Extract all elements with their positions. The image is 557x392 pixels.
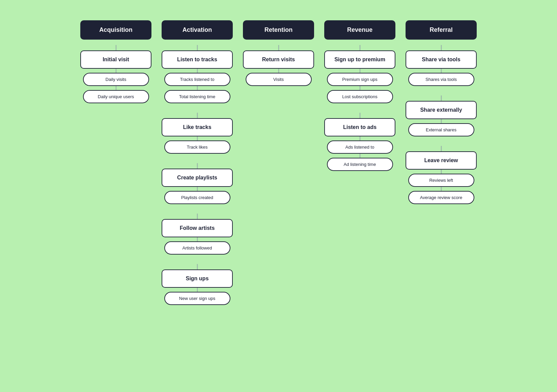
group-share-externally: Share externallyExternal shares bbox=[406, 95, 477, 136]
parent-box-like-tracks: Like tracks bbox=[162, 118, 233, 136]
child-connector bbox=[197, 187, 198, 191]
child-box-share-via-tools-0: Shares via tools bbox=[408, 73, 474, 86]
child-box-like-tracks-0: Track likes bbox=[164, 140, 230, 154]
child-connector bbox=[441, 69, 442, 73]
parent-box-leave-review: Leave review bbox=[406, 151, 477, 170]
child-box-sign-up-to-premium-1: Lost subscriptions bbox=[327, 90, 393, 103]
column-revenue: RevenueSign up to premiumPremium sign up… bbox=[324, 20, 395, 176]
group-follow-artists: Follow artistsArtists followed bbox=[162, 214, 233, 255]
child-box-leave-review-0: Reviews left bbox=[408, 174, 474, 187]
connector-vertical bbox=[197, 163, 198, 169]
child-connector bbox=[197, 69, 198, 73]
child-connector bbox=[197, 86, 198, 90]
connector-vertical bbox=[441, 45, 442, 50]
child-connector bbox=[278, 69, 279, 73]
group-create-playlists: Create playlistsPlaylists created bbox=[162, 163, 233, 204]
parent-box-listen-to-ads: Listen to ads bbox=[324, 118, 395, 136]
header-activation: Activation bbox=[162, 20, 233, 40]
connector-vertical bbox=[116, 45, 117, 50]
column-retention: RetentionReturn visitsVisits bbox=[243, 20, 314, 91]
child-connector bbox=[359, 86, 360, 90]
child-box-sign-ups-0: New user sign ups bbox=[164, 292, 230, 305]
child-connector bbox=[197, 237, 198, 241]
child-box-listen-to-tracks-1: Total listening time bbox=[164, 90, 230, 103]
child-connector bbox=[116, 69, 117, 73]
group-leave-review: Leave reviewReviews leftAverage review s… bbox=[406, 146, 477, 204]
header-revenue: Revenue bbox=[324, 20, 395, 40]
parent-box-listen-to-tracks: Listen to tracks bbox=[162, 50, 233, 69]
connector-vertical bbox=[197, 45, 198, 50]
parent-box-follow-artists: Follow artists bbox=[162, 219, 233, 237]
child-connector bbox=[359, 136, 360, 140]
connector-vertical bbox=[197, 264, 198, 269]
group-listen-to-ads: Listen to adsAds listened toAd listening… bbox=[324, 113, 395, 171]
column-referral: ReferralShare via toolsShares via toolsS… bbox=[406, 20, 477, 209]
parent-box-share-externally: Share externally bbox=[406, 101, 477, 119]
child-connector bbox=[359, 69, 360, 73]
column-acquisition: AcquisitionInitial visitDaily visitsDail… bbox=[80, 20, 151, 108]
group-return-visits: Return visitsVisits bbox=[243, 45, 314, 86]
group-initial-visit: Initial visitDaily visitsDaily unique us… bbox=[80, 45, 151, 103]
child-box-follow-artists-0: Artists followed bbox=[164, 241, 230, 255]
child-box-initial-visit-1: Daily unique users bbox=[83, 90, 149, 103]
column-activation: ActivationListen to tracksTracks listene… bbox=[162, 20, 233, 310]
child-box-create-playlists-0: Playlists created bbox=[164, 191, 230, 204]
parent-box-create-playlists: Create playlists bbox=[162, 169, 233, 187]
parent-box-initial-visit: Initial visit bbox=[80, 50, 151, 69]
child-box-return-visits-0: Visits bbox=[246, 73, 312, 86]
child-box-sign-up-to-premium-0: Premium sign ups bbox=[327, 73, 393, 86]
connector-vertical bbox=[197, 113, 198, 118]
child-box-leave-review-1: Average review score bbox=[408, 191, 474, 204]
header-retention: Retention bbox=[243, 20, 314, 40]
header-acquisition: Acquisition bbox=[80, 20, 151, 40]
parent-box-sign-ups: Sign ups bbox=[162, 269, 233, 288]
child-box-share-externally-0: External shares bbox=[408, 123, 474, 136]
connector-vertical bbox=[278, 45, 279, 50]
connector-vertical bbox=[441, 146, 442, 151]
child-box-initial-visit-0: Daily visits bbox=[83, 73, 149, 86]
diagram: AcquisitionInitial visitDaily visitsDail… bbox=[17, 20, 540, 310]
parent-box-return-visits: Return visits bbox=[243, 50, 314, 69]
group-sign-up-to-premium: Sign up to premiumPremium sign upsLost s… bbox=[324, 45, 395, 103]
child-connector bbox=[197, 136, 198, 140]
child-connector bbox=[197, 288, 198, 292]
parent-box-share-via-tools: Share via tools bbox=[406, 50, 477, 69]
child-box-listen-to-tracks-0: Tracks listened to bbox=[164, 73, 230, 86]
child-connector bbox=[359, 154, 360, 158]
group-like-tracks: Like tracksTrack likes bbox=[162, 113, 233, 154]
connector-vertical bbox=[359, 113, 360, 118]
child-connector bbox=[441, 170, 442, 174]
group-listen-to-tracks: Listen to tracksTracks listened toTotal … bbox=[162, 45, 233, 103]
group-sign-ups: Sign upsNew user sign ups bbox=[162, 264, 233, 305]
child-connector bbox=[441, 187, 442, 191]
child-connector bbox=[441, 119, 442, 123]
parent-box-sign-up-to-premium: Sign up to premium bbox=[324, 50, 395, 69]
child-box-listen-to-ads-1: Ad listening time bbox=[327, 158, 393, 171]
header-referral: Referral bbox=[406, 20, 477, 40]
connector-vertical bbox=[197, 214, 198, 219]
connector-vertical bbox=[359, 45, 360, 50]
child-connector bbox=[116, 86, 117, 90]
group-share-via-tools: Share via toolsShares via tools bbox=[406, 45, 477, 86]
child-box-listen-to-ads-0: Ads listened to bbox=[327, 140, 393, 154]
connector-vertical bbox=[441, 95, 442, 101]
